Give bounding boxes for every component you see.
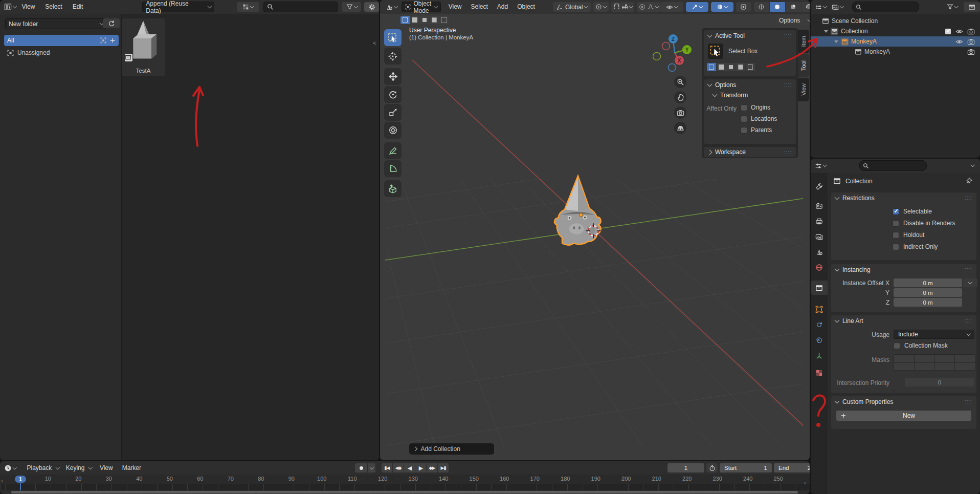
new-collection-button[interactable]: [964, 2, 980, 12]
checkbox[interactable]: [893, 232, 899, 239]
asset-tile[interactable]: TestA: [122, 18, 165, 76]
checkbox[interactable]: [741, 127, 747, 134]
snap-button[interactable]: [611, 2, 635, 12]
panel-grip[interactable]: ::::: [965, 399, 972, 404]
tool-select-box[interactable]: [384, 29, 402, 46]
play-reverse-button[interactable]: ◀: [404, 463, 415, 472]
gizmo-z-neg[interactable]: [669, 64, 676, 72]
show-overlays-button[interactable]: [711, 2, 733, 12]
instancing-header[interactable]: Instancing::::: [831, 264, 976, 275]
jump-to-end-button[interactable]: ▶▮: [438, 463, 449, 472]
editor-type-icon[interactable]: [385, 3, 397, 11]
menu-add[interactable]: Add: [493, 0, 513, 14]
menu-view[interactable]: View: [95, 461, 118, 475]
shading-solid-button[interactable]: [770, 2, 785, 12]
tab-output[interactable]: [811, 214, 828, 228]
tab-texture[interactable]: [811, 366, 828, 380]
operator-panel-add-collection[interactable]: Add Collection: [409, 443, 494, 455]
tab-view-layer[interactable]: [811, 229, 828, 244]
show-gizmo-button[interactable]: [686, 2, 708, 12]
panel-grip[interactable]: ::::: [784, 82, 792, 88]
active-tool-header[interactable]: Active Tool::::: [704, 30, 796, 41]
exclude-checkbox[interactable]: [945, 28, 951, 35]
settings-button[interactable]: [364, 2, 379, 12]
active-tool-button[interactable]: [708, 44, 723, 59]
editor-type-icon[interactable]: [4, 464, 16, 472]
gizmo-y-neg[interactable]: [653, 53, 661, 60]
custom-properties-header[interactable]: Custom Properties::::: [831, 396, 976, 407]
eye-icon[interactable]: [955, 38, 963, 46]
checkbox[interactable]: [893, 244, 899, 250]
sidebar-collapse-arrow[interactable]: <: [373, 40, 376, 46]
auto-keying-button[interactable]: [355, 463, 367, 472]
search-input[interactable]: [859, 160, 927, 171]
use-preview-range-button[interactable]: [706, 463, 718, 472]
tab-world[interactable]: [811, 260, 828, 274]
gizmo-x-neg[interactable]: [662, 42, 670, 50]
options-header[interactable]: Options::::: [704, 79, 796, 90]
instance-offset-z-field[interactable]: 0 m: [894, 298, 962, 307]
tool-measure[interactable]: [384, 160, 402, 177]
display-mode-button[interactable]: [237, 2, 259, 12]
tab-tool[interactable]: Tool: [798, 54, 809, 77]
navigation-gizmo[interactable]: Z Y X: [653, 28, 696, 74]
pan-view-button[interactable]: [674, 91, 686, 103]
tool-add-cube[interactable]: [384, 180, 402, 197]
timeline-scrollbar[interactable]: [0, 490, 810, 494]
shading-wireframe-button[interactable]: [754, 2, 769, 12]
select-mode-new[interactable]: [707, 63, 716, 71]
affect-only-checkbox-row[interactable]: Locations: [741, 115, 777, 122]
masks-grid[interactable]: [894, 354, 975, 371]
viewport-3d[interactable]: Object Mode View Select Add Object Globa…: [380, 0, 810, 460]
tool-scale[interactable]: [384, 104, 402, 121]
jump-to-start-button[interactable]: ▮◀: [382, 463, 392, 472]
instance-offset-dropdown[interactable]: [963, 278, 977, 287]
tab-object[interactable]: [811, 302, 828, 316]
tool-rotate[interactable]: [384, 86, 402, 103]
restriction-checkbox-row[interactable]: Holdout: [893, 231, 955, 239]
select-mode-subtract[interactable]: [726, 63, 736, 71]
orientation-dropdown[interactable]: Global: [553, 2, 591, 12]
menu-select[interactable]: Select: [466, 0, 492, 14]
refresh-button[interactable]: [103, 18, 120, 28]
tool-cursor[interactable]: [384, 48, 402, 65]
instance-offset-x-field[interactable]: 0 m: [894, 278, 962, 287]
intersection-priority-field[interactable]: 0: [905, 378, 974, 386]
mode-dropdown[interactable]: Object Mode: [402, 2, 441, 12]
tab-constraints[interactable]: [811, 333, 828, 347]
camera-icon[interactable]: [967, 38, 975, 46]
current-frame-badge[interactable]: 1: [15, 476, 26, 483]
select-mode-intersect[interactable]: [746, 63, 755, 71]
prev-keyframe-button[interactable]: ◀◆: [393, 463, 404, 472]
menu-object[interactable]: Object: [513, 0, 540, 14]
restriction-checkbox-row[interactable]: Indirect Only: [893, 243, 955, 250]
scrollbar-thumb[interactable]: [11, 491, 798, 493]
eye-icon[interactable]: [955, 28, 963, 35]
restrictions-header[interactable]: Restrictions::::: [831, 192, 976, 203]
search-input[interactable]: [263, 2, 338, 12]
append-mode-dropdown[interactable]: Append (Reuse Data): [142, 2, 214, 12]
timeline-ticks[interactable]: [0, 484, 810, 490]
affect-only-checkbox-row[interactable]: Origins: [741, 104, 777, 111]
camera-icon[interactable]: [967, 28, 975, 35]
frame-start-field[interactable]: Start1: [720, 463, 772, 472]
panel-grip[interactable]: ::::: [965, 318, 972, 324]
search-input[interactable]: [852, 2, 919, 12]
filter-button[interactable]: [942, 2, 963, 12]
select-mode-extend[interactable]: [410, 16, 419, 24]
tab-collection[interactable]: [811, 281, 828, 295]
tab-physics[interactable]: [811, 317, 828, 332]
proportional-edit-button[interactable]: [637, 2, 661, 12]
menu-keying[interactable]: Keying: [61, 461, 90, 475]
outliner-row-collection[interactable]: Collection: [811, 26, 980, 36]
select-mode-invert[interactable]: [736, 63, 745, 71]
menu-marker[interactable]: Marker: [118, 461, 146, 475]
catalog-item-all[interactable]: All: [4, 35, 119, 46]
affect-only-checkbox-row[interactable]: Parents: [741, 126, 777, 134]
region-expand-arrow[interactable]: ›: [1, 478, 3, 484]
menu-edit[interactable]: Edit: [68, 0, 88, 14]
editor-type-icon[interactable]: [815, 4, 827, 11]
pivot-point-button[interactable]: [593, 2, 609, 12]
keying-dropdown[interactable]: [368, 463, 375, 472]
shading-rendered-button[interactable]: [801, 2, 810, 12]
